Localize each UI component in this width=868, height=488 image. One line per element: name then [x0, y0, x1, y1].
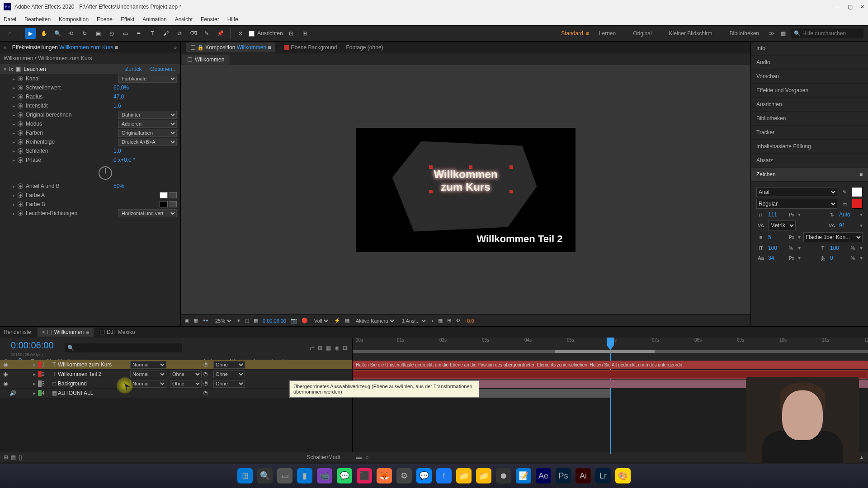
visibility-toggle-icon[interactable]: ◉ — [2, 371, 9, 377]
fx-prop-dropdown[interactable]: Farbkanäle — [118, 75, 177, 83]
selection-tool-icon[interactable]: ▶ — [25, 28, 36, 39]
taskbar-app-7[interactable]: 🦊 — [377, 468, 392, 483]
tl-btn-5[interactable]: ⊡ — [343, 345, 350, 351]
toggle-modes-icon[interactable]: ▦ — [11, 454, 16, 460]
tsume-input[interactable] — [830, 255, 848, 261]
comp-tab-layer[interactable]: Ebene Background — [284, 44, 337, 51]
stroke-icon[interactable]: ▭ — [840, 200, 849, 208]
audio-toggle-icon[interactable]: 🔊 — [9, 390, 16, 396]
menu-view[interactable]: Ansicht — [175, 16, 193, 23]
fx-prop-schleifen[interactable]: ▸Schleifen1,0 — [0, 146, 180, 155]
glasses-icon[interactable]: 👓 — [203, 318, 209, 324]
brush-tool-icon[interactable]: 🖌 — [160, 28, 171, 39]
mask-toggle-icon[interactable]: ▣ — [184, 318, 189, 324]
parent-whip-icon[interactable] — [202, 362, 210, 367]
snap-opt1-icon[interactable]: ⊡ — [286, 28, 297, 39]
menu-help[interactable]: Hilfe — [227, 16, 238, 23]
text-layer-main[interactable]: Willkommenzum Kurs — [434, 168, 497, 193]
workspace-standard[interactable]: Standard — [561, 30, 583, 37]
current-time[interactable]: 0:00:06:00 — [263, 318, 286, 324]
fx-prop-intensität[interactable]: ▸Intensität1,6 — [0, 101, 180, 110]
view-opt2-icon[interactable]: ▦ — [438, 318, 443, 324]
timeline-search[interactable]: 🔍 — [65, 343, 182, 352]
taskbar-app-18[interactable]: Lr — [595, 468, 611, 483]
pen-tool-icon[interactable]: ✒ — [133, 28, 144, 39]
workspace-lernen[interactable]: Lernen — [599, 30, 616, 37]
tl-btn-1[interactable]: ⇄ — [310, 345, 314, 351]
workspace-kleiner[interactable]: Kleiner Bildschirm — [669, 30, 712, 37]
eraser-tool-icon[interactable]: ⌫ — [188, 28, 198, 39]
fx-prop-original-berechnen[interactable]: ▸Original berechnenDahinter — [0, 110, 180, 119]
fx-prop-anteil-a-und-b[interactable]: ▸Anteil A und B50% — [0, 182, 180, 191]
taskbar-app-16[interactable]: Ps — [556, 468, 571, 483]
home-icon[interactable]: ⌂ — [5, 28, 15, 39]
minimize-button[interactable]: — — [835, 4, 840, 10]
fx-prop-dropdown[interactable]: Originalfarben — [118, 129, 177, 137]
view-opt1-icon[interactable]: ▪ — [432, 318, 434, 324]
fx-prop-radius[interactable]: ▸Radius47,0 — [0, 92, 180, 101]
panel-bibliotheken[interactable]: Bibliotheken — [751, 112, 868, 126]
snap-checkbox[interactable] — [249, 31, 255, 37]
workspace-original[interactable]: Original — [633, 30, 651, 37]
parent-whip-icon[interactable] — [202, 372, 210, 376]
panel-info[interactable]: Info — [751, 42, 868, 56]
tracking-input[interactable] — [839, 222, 857, 229]
font-family-dropdown[interactable]: Arial — [756, 187, 837, 197]
eyedropper-icon[interactable]: ✎ — [840, 188, 849, 196]
menu-layer[interactable]: Ebene — [97, 16, 113, 23]
taskbar-app-15[interactable]: Ae — [536, 468, 551, 483]
layer-color-label[interactable] — [38, 390, 42, 396]
tab-effect-controls[interactable]: Effekteinstellungen Willkommen zum Kurs … — [12, 44, 118, 51]
clone-tool-icon[interactable]: ⧉ — [174, 28, 185, 39]
workspace-switcher-icon[interactable]: ▦ — [778, 28, 788, 39]
zoom-dropdown[interactable]: 25% — [213, 318, 233, 324]
panel-audio[interactable]: Audio — [751, 56, 868, 70]
baseline-input[interactable] — [768, 255, 786, 261]
toggle-brace-icon[interactable]: {} — [19, 454, 22, 460]
maximize-button[interactable]: ▢ — [848, 4, 853, 10]
help-search[interactable]: 🔍 Hilfe durchsuchen — [791, 28, 863, 38]
fx-mask-icon[interactable]: ▣ — [16, 66, 21, 72]
taskbar-app-19[interactable]: 🎨 — [615, 468, 631, 483]
layer-color-label[interactable] — [38, 361, 42, 368]
tl-btn-4[interactable]: ◉ — [335, 345, 339, 351]
fx-toggle-icon[interactable]: fx — [9, 66, 13, 72]
channel-icon[interactable]: 🔴 — [302, 318, 308, 324]
taskbar-app-14[interactable]: 📝 — [516, 468, 531, 483]
menu-edit[interactable]: Bearbeiten — [24, 16, 51, 23]
parent-whip-icon[interactable] — [202, 381, 210, 386]
visibility-toggle-icon[interactable]: ◉ — [2, 361, 9, 368]
taskbar-app-17[interactable]: Ai — [576, 468, 591, 483]
tl-tab-dji[interactable]: DJI_Mexiko — [100, 329, 135, 335]
phase-dial[interactable] — [99, 166, 112, 180]
panel-absatz[interactable]: Absatz — [751, 154, 868, 168]
toggle-switches-icon[interactable]: ⊞ — [4, 454, 8, 460]
snap-anchor-icon[interactable]: ⊙ — [235, 28, 246, 39]
fx-prop-dropdown[interactable]: Dahinter — [118, 111, 177, 119]
blend-mode-dropdown[interactable]: Normal — [130, 371, 166, 378]
fx-prop-leuchten-richtungen[interactable]: ▸Leuchten-RichtungenHorizontal und vert — [0, 209, 180, 218]
fill-color-swatch[interactable] — [852, 187, 863, 197]
resolution-icon[interactable]: ▾ — [237, 318, 240, 324]
composition-viewer[interactable]: Willkommenzum Kurs Willkommen Teil 2 — [181, 65, 750, 314]
layer-row-1[interactable]: ◉ ▸ 1 T Willkommen zum Kurs Normal Ohne — [0, 360, 352, 370]
comp-tab-footage[interactable]: Footage (ohne) — [346, 44, 383, 51]
vscale-input[interactable] — [768, 245, 786, 251]
text-layer-sub[interactable]: Willkommen Teil 2 — [476, 233, 562, 245]
hscale-input[interactable] — [830, 245, 848, 251]
taskbar-app-5[interactable]: 💬 — [337, 468, 352, 483]
tl-btn-3[interactable]: ▦ — [326, 345, 331, 351]
layer-row-2[interactable]: ◉ ▸ 2 T Willkommen Teil 2 Normal Ohne Oh… — [0, 370, 352, 379]
view-opt3-icon[interactable]: ⊞ — [447, 318, 451, 324]
taskbar-app-9[interactable]: 💬 — [416, 468, 432, 483]
roto-tool-icon[interactable]: ✎ — [201, 28, 212, 39]
fx-reset-link[interactable]: Zurück — [125, 66, 142, 72]
layer-name[interactable]: Willkommen zum Kurs — [58, 361, 130, 368]
close-button[interactable]: ✕ — [860, 4, 864, 10]
panel-zeichen-header[interactable]: Zeichen≡ — [751, 168, 868, 182]
leading-input[interactable] — [839, 211, 857, 218]
exposure-value[interactable]: +0,0 — [464, 318, 474, 324]
fx-prop-farben[interactable]: ▸FarbenOriginalfarben — [0, 128, 180, 137]
font-size-input[interactable] — [768, 211, 786, 218]
roi-icon[interactable]: ▢ — [245, 318, 249, 324]
